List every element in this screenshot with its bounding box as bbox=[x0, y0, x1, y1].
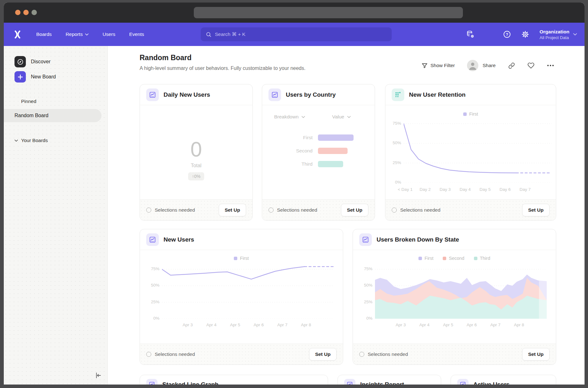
status-text: Selections needed bbox=[400, 207, 441, 213]
country-row-label: Third bbox=[262, 161, 313, 167]
set-up-button[interactable]: Set Up bbox=[341, 204, 368, 216]
radio-circle-icon bbox=[392, 208, 397, 213]
line-chart-icon bbox=[268, 88, 281, 101]
avatar[interactable] bbox=[467, 60, 478, 71]
legend-item[interactable]: Third bbox=[474, 256, 490, 261]
page-subtitle: A high-level summary of user behaviors. … bbox=[140, 66, 305, 71]
discover-compass-icon bbox=[14, 56, 26, 67]
y-tick-label: 0% bbox=[153, 316, 159, 321]
x-axis-labels: Apr 3Apr 4Apr 5Apr 6Apr 7Apr 8 bbox=[162, 322, 334, 329]
chevron-down-icon bbox=[14, 140, 18, 142]
x-axis-labels: Apr 3Apr 4Apr 5Apr 6Apr 7Apr 8 bbox=[375, 322, 547, 329]
set-up-button[interactable]: Set Up bbox=[309, 348, 337, 361]
legend-item[interactable]: First bbox=[418, 256, 433, 261]
status-text: Selections needed bbox=[155, 351, 195, 357]
nav-item-label: Users bbox=[102, 31, 115, 37]
value-dropdown[interactable]: Value bbox=[332, 114, 351, 120]
stacked-area-chart bbox=[375, 263, 547, 319]
sidebar: Discover New Board Pinned Random Board Y… bbox=[4, 46, 108, 385]
board-actions: Show Filter Share bbox=[422, 60, 554, 71]
set-up-button[interactable]: Set Up bbox=[522, 204, 550, 216]
show-filter-label: Show Filter bbox=[430, 63, 455, 68]
y-tick-label: 75% bbox=[393, 121, 401, 126]
settings-gear-icon[interactable] bbox=[521, 30, 529, 38]
sidebar-item-discover[interactable]: Discover bbox=[4, 54, 107, 69]
sidebar-item-label: Discover bbox=[31, 59, 50, 65]
card-stacked-line-graph: Stacked Line Graph bbox=[140, 375, 328, 385]
plus-icon bbox=[14, 71, 26, 83]
copy-link-icon[interactable] bbox=[508, 62, 515, 69]
chart-legend: FirstSecondThird bbox=[353, 256, 556, 261]
nav-item-boards[interactable]: Boards bbox=[36, 31, 52, 37]
sidebar-collapse-icon[interactable] bbox=[94, 371, 102, 379]
line-chart-icon bbox=[344, 379, 355, 385]
country-row: Second bbox=[262, 144, 375, 157]
country-row-bar bbox=[318, 148, 348, 154]
legend-label: First bbox=[424, 256, 433, 261]
sidebar-section-pinned[interactable]: Pinned bbox=[4, 98, 107, 105]
line-chart-icon bbox=[457, 379, 469, 385]
search-input[interactable] bbox=[215, 31, 387, 37]
window-zoom-button[interactable] bbox=[32, 10, 37, 15]
nav-item-users[interactable]: Users bbox=[102, 31, 115, 37]
card-title: Stacked Line Graph bbox=[162, 381, 218, 385]
retention-grid-icon bbox=[392, 88, 404, 101]
window-close-button[interactable] bbox=[15, 10, 20, 15]
dropdown-label: Breakdown bbox=[274, 114, 299, 120]
share-button[interactable]: Share bbox=[483, 63, 496, 68]
window-minimize-button[interactable] bbox=[23, 10, 29, 15]
browser-address-bar[interactable] bbox=[194, 7, 463, 18]
x-tick-label: Apr 5 bbox=[443, 322, 453, 327]
x-tick-label: Apr 3 bbox=[183, 322, 193, 327]
primary-nav: Boards Reports Users Events bbox=[36, 31, 144, 37]
chart-legend: First bbox=[385, 111, 556, 117]
help-icon[interactable]: ? bbox=[503, 30, 511, 38]
show-filter-button[interactable]: Show Filter bbox=[422, 63, 455, 69]
y-axis-labels: 75%50%25%0% bbox=[355, 263, 372, 319]
chevron-down-icon bbox=[302, 116, 305, 118]
section-label: Pinned bbox=[21, 99, 36, 104]
line-chart-icon bbox=[359, 233, 372, 246]
x-tick-label: Day 7 bbox=[520, 187, 531, 192]
sidebar-item-random-board[interactable]: Random Board bbox=[4, 109, 101, 122]
new-users-line-chart bbox=[162, 263, 334, 319]
card-title: Daily New Users bbox=[164, 91, 210, 98]
more-options-icon[interactable] bbox=[547, 65, 554, 66]
status-text: Selections needed bbox=[368, 351, 408, 357]
breakdown-dropdown[interactable]: Breakdown bbox=[274, 114, 305, 120]
sidebar-item-new-board[interactable]: New Board bbox=[4, 69, 107, 84]
sidebar-section-your-boards[interactable]: Your Boards bbox=[4, 137, 107, 144]
card-title: Insights Report bbox=[360, 381, 404, 385]
chevron-down-icon bbox=[573, 33, 577, 36]
radio-circle-icon bbox=[359, 352, 364, 357]
legend-label: First bbox=[240, 256, 249, 261]
country-row-bar bbox=[318, 134, 354, 141]
org-switcher[interactable]: Organization All Project Data bbox=[539, 29, 577, 40]
legend-swatch bbox=[234, 257, 237, 260]
card-users-by-country: Users by Country Breakdown Value FirstSe… bbox=[262, 84, 375, 220]
radio-circle-icon bbox=[146, 352, 151, 357]
sidebar-item-label: New Board bbox=[31, 74, 56, 80]
nav-item-events[interactable]: Events bbox=[129, 31, 144, 37]
board-main: Random Board A high-level summary of use… bbox=[108, 46, 585, 385]
x-tick-label: Day 5 bbox=[480, 187, 491, 192]
data-management-icon[interactable] bbox=[466, 30, 475, 38]
app-window: Boards Reports Users Events ? bbox=[4, 3, 585, 385]
legend-item[interactable]: First bbox=[234, 256, 249, 261]
line-chart-icon bbox=[146, 233, 159, 246]
sidebar-item-label: Random Board bbox=[14, 113, 49, 118]
mixpanel-logo-icon[interactable] bbox=[13, 30, 22, 39]
set-up-button[interactable]: Set Up bbox=[219, 204, 246, 216]
kpi-label: Total bbox=[191, 163, 202, 168]
set-up-button[interactable]: Set Up bbox=[522, 348, 550, 361]
radio-circle-icon bbox=[268, 208, 274, 213]
nav-item-reports[interactable]: Reports bbox=[66, 31, 89, 37]
legend-item[interactable]: First bbox=[463, 111, 478, 117]
favorite-heart-icon[interactable] bbox=[527, 62, 534, 69]
global-search[interactable] bbox=[201, 27, 392, 41]
y-tick-label: 50% bbox=[151, 283, 159, 288]
legend-item[interactable]: Second bbox=[443, 256, 464, 261]
y-tick-label: 75% bbox=[364, 266, 372, 271]
radio-circle-icon bbox=[146, 208, 151, 213]
apps-grid-icon[interactable] bbox=[485, 30, 493, 38]
